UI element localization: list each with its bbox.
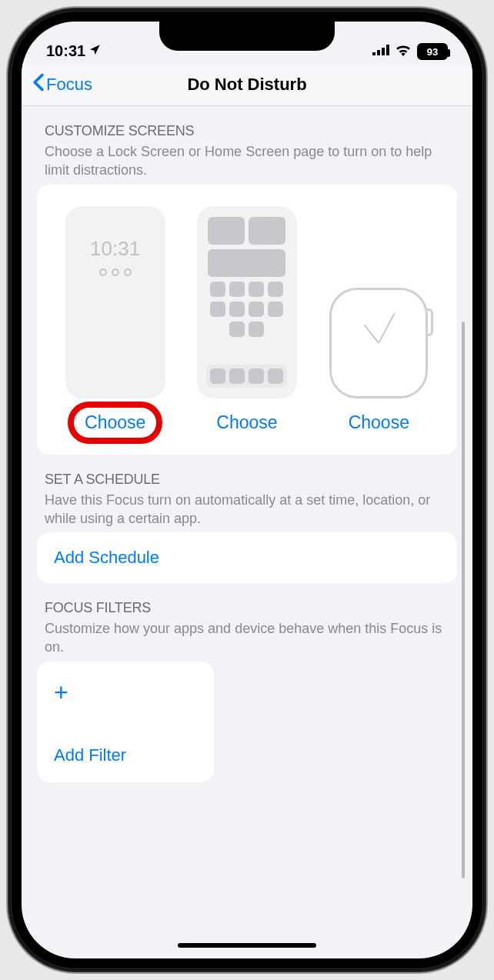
cellular-icon [372,45,389,58]
svg-rect-0 [372,52,376,55]
add-filter-card[interactable]: + Add Filter [37,662,214,782]
back-button[interactable]: Focus [22,73,92,96]
back-label: Focus [46,75,92,95]
filters-sub: Customize how your apps and device behav… [45,619,449,657]
scroll-indicator[interactable] [462,322,465,878]
customize-title: CUSTOMIZE SCREENS [45,123,449,139]
chevron-left-icon [32,73,45,96]
customize-card: 10:31 Choose [37,185,457,455]
location-icon [88,42,101,60]
schedule-card: Add Schedule [37,532,457,583]
device-frame: 10:31 93 [8,8,486,972]
add-schedule-button[interactable]: Add Schedule [37,532,457,583]
svg-rect-3 [386,45,389,55]
schedule-sub: Have this Focus turn on automatically at… [45,491,449,528]
choose-home-screen-button[interactable]: Choose [216,412,277,433]
add-filter-label: Add Filter [54,745,197,765]
wifi-icon [395,44,412,59]
plus-icon: + [54,678,197,707]
battery-icon: 93 [417,43,448,60]
svg-rect-1 [377,50,380,55]
svg-rect-2 [382,48,385,55]
watch-preview[interactable] [329,206,428,398]
lock-time: 10:31 [90,237,140,261]
choose-lock-screen-button[interactable]: Choose [85,412,145,433]
home-screen-column: Choose [184,206,309,433]
home-indicator[interactable] [178,943,316,948]
content: CUSTOMIZE SCREENS Choose a Lock Screen o… [22,106,472,782]
schedule-title: SET A SCHEDULE [45,472,449,488]
lock-screen-preview[interactable]: 10:31 [65,206,165,398]
nav-title: Do Not Disturb [187,75,306,95]
home-screen-preview[interactable] [197,206,297,398]
watch-column: Choose [316,206,442,433]
schedule-header: SET A SCHEDULE Have this Focus turn on a… [37,455,457,533]
status-time: 10:31 [46,42,85,60]
lock-widget-dots [99,268,132,276]
filters-title: FOCUS FILTERS [45,600,449,616]
lock-screen-column: 10:31 Choose [52,206,178,433]
choose-watch-button[interactable]: Choose [349,412,409,433]
customize-sub: Choose a Lock Screen or Home Screen page… [45,142,449,180]
notch [159,22,335,51]
nav-bar: Focus Do Not Disturb [22,63,472,106]
screen: 10:31 93 [22,22,472,958]
battery-percent: 93 [427,46,438,58]
filters-header: FOCUS FILTERS Customize how your apps an… [37,583,457,662]
customize-header: CUSTOMIZE SCREENS Choose a Lock Screen o… [37,106,457,185]
